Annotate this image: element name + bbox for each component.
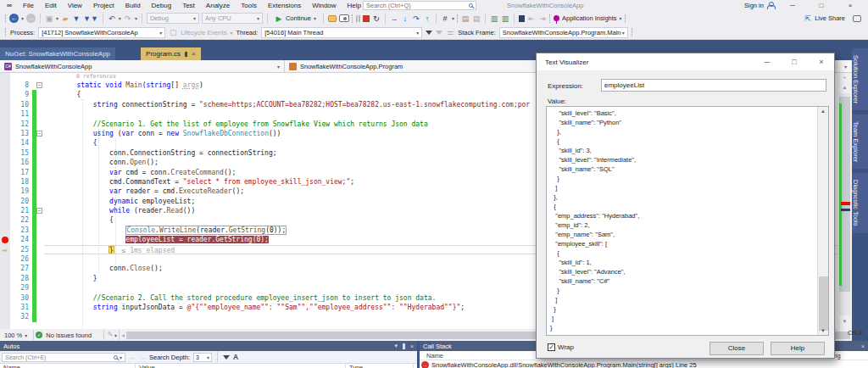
scroll-down-icon[interactable]: ▼ (818, 328, 828, 333)
step-over-icon[interactable]: ↷ (412, 14, 420, 24)
fold-margin[interactable]: − (36, 206, 44, 215)
navigate-back-icon[interactable]: ← (9, 14, 19, 23)
feedback-bubble-icon[interactable] (328, 15, 337, 22)
close-panel-icon[interactable]: × (861, 343, 865, 349)
solution-configuration-select[interactable]: Debug▾ (147, 13, 199, 24)
hex-caret[interactable]: ▾ (452, 15, 454, 21)
pause-icon[interactable] (356, 15, 360, 22)
menu-item-window[interactable]: Window (312, 2, 336, 9)
restart-icon[interactable]: ↻ (372, 14, 381, 24)
project-dropdown[interactable]: C#SnowflakeWithConsoleApp ▾ (0, 60, 285, 72)
next-bookmark-icon[interactable]: ⇥ (538, 14, 547, 24)
menu-item-build[interactable]: Build (125, 2, 141, 9)
screenshot-icon[interactable] (339, 14, 349, 22)
menu-item-edit[interactable]: Edit (45, 2, 57, 9)
issues-status[interactable]: No issues found (46, 332, 92, 339)
autos-column-name[interactable]: Name (0, 364, 136, 368)
thread-select[interactable]: [54016] Main Thread▾ (261, 27, 422, 38)
line-ending-indicator[interactable]: CRLF (848, 330, 863, 336)
save-all-icon[interactable]: ▼▼ (83, 14, 98, 24)
autos-column-value[interactable]: Value (136, 364, 346, 368)
search-forward-icon[interactable]: → (139, 354, 146, 361)
autos-header[interactable]: Autos ▾× (0, 341, 417, 351)
disable-breakpoints-icon[interactable]: ▤ (472, 14, 481, 24)
flag-threads-icon[interactable] (436, 31, 442, 35)
window-position-caret[interactable]: ▾ (394, 343, 398, 349)
navigate-forward-icon[interactable]: → (26, 14, 36, 23)
redo-caret[interactable]: ▾ (135, 15, 137, 21)
live-share-button[interactable]: Live Share (815, 14, 845, 22)
fold-margin[interactable]: − (36, 129, 44, 138)
text-format-icon[interactable]: A (233, 353, 238, 361)
scroll-up-icon[interactable]: ▲ (837, 85, 852, 90)
filter-icon[interactable] (223, 355, 230, 360)
menu-item-project[interactable]: Project (93, 2, 114, 9)
open-folder-icon[interactable]: ▰ (61, 14, 70, 24)
stack-frame-select[interactable]: SnowflakeWithConsoleApp.Program.Main▾ (499, 27, 628, 38)
step-out-icon[interactable]: ↑ (423, 14, 431, 24)
pin-panel-icon[interactable] (403, 343, 405, 349)
dialog-scrollbar[interactable]: ▲ ▼ (817, 107, 828, 335)
navigate-back-caret[interactable]: ▾ (21, 15, 24, 21)
breakpoints-window-icon[interactable]: ▤ (461, 14, 470, 24)
immediate-window-icon[interactable]: ▥ (501, 14, 509, 24)
maximize-button[interactable]: □ (810, 0, 832, 11)
search-back-icon[interactable]: ← (129, 354, 136, 361)
tab-program-cs[interactable]: Program.cs × (141, 47, 201, 60)
application-insights-button[interactable]: Application Insights (562, 14, 617, 22)
wrap-checkbox[interactable]: ✓ Wrap (548, 343, 574, 351)
call-stack-name-column[interactable]: Name (420, 352, 443, 360)
new-project-caret[interactable]: ▾ (56, 15, 58, 21)
minimize-button[interactable]: ─ (782, 0, 804, 11)
send-feedback-icon[interactable] (853, 15, 861, 22)
autos-search-input[interactable]: Search (Ctrl+E)▾ (2, 353, 125, 362)
value-textarea[interactable]: "skill_level": "Basic", "skill_name": "P… (546, 106, 829, 336)
stop-debugging-icon[interactable] (363, 15, 370, 22)
toolbar-grip[interactable] (457, 14, 459, 23)
close-panel-icon[interactable]: × (410, 343, 414, 349)
dialog-scrollbar-thumb[interactable] (819, 276, 828, 331)
output-window-icon[interactable]: ▥ (490, 14, 498, 24)
bookmark-flag-icon[interactable] (519, 15, 525, 22)
redo-icon[interactable]: ↷ (124, 14, 132, 24)
toolbar-grip[interactable] (352, 14, 353, 23)
process-select[interactable]: [41712] SnowflakeWithConsoleAp▾ (38, 27, 165, 38)
code-cleanup-caret[interactable]: ▾ (114, 332, 117, 338)
toolbar-grip[interactable] (5, 28, 7, 36)
prev-bookmark-icon[interactable]: ⇤ (527, 14, 536, 24)
menu-item-tools[interactable]: Tools (241, 2, 257, 9)
undo-icon[interactable]: ↶ (108, 14, 116, 24)
autos-column-type[interactable]: Type (346, 364, 414, 368)
menu-item-file[interactable]: File (23, 2, 34, 9)
menu-item-analyze[interactable]: Analyze (206, 2, 230, 9)
code-cleanup-icon[interactable]: ✎ (106, 330, 114, 340)
new-project-icon[interactable]: ▣ (45, 14, 53, 24)
dialog-title-bar[interactable]: Text Visualizer ─ □ × (537, 53, 834, 70)
type-dropdown[interactable]: SnowflakeWithConsoleApp.Program (285, 60, 407, 72)
breakpoint-icon[interactable] (0, 235, 10, 244)
show-next-statement-icon[interactable]: → (390, 14, 398, 24)
current-statement-arrow-icon[interactable]: → (0, 245, 10, 254)
sign-in-button[interactable]: Sign in (744, 2, 774, 9)
scroll-down-icon[interactable]: ▼ (837, 319, 852, 324)
undo-caret[interactable]: ▾ (119, 15, 121, 21)
step-into-icon[interactable]: ↓ (401, 14, 409, 24)
quick-search-input[interactable]: Search (Ctrl+Q) (363, 1, 476, 10)
solution-platform-select[interactable]: Any CPU▾ (202, 13, 263, 24)
toolbar-grip[interactable] (549, 14, 551, 23)
save-icon[interactable]: ▼ (72, 14, 81, 24)
toolbar-grip[interactable] (632, 28, 633, 36)
call-stack-frame[interactable]: →SnowflakeWithConsoleApp.dll!SnowflakeWi… (420, 360, 868, 368)
continue-button[interactable]: ▶Continue▾ (272, 14, 319, 24)
close-button[interactable]: Close (709, 342, 764, 355)
side-tab-solution-explorer[interactable]: Solution Explorer (852, 48, 868, 110)
fold-margin[interactable]: − (36, 81, 44, 90)
zoom-select[interactable]: 100 %▾ (0, 332, 31, 339)
close-tab-icon[interactable]: × (192, 50, 196, 58)
expression-input[interactable]: employeeList (601, 79, 826, 92)
dialog-minimize-icon[interactable]: ─ (755, 53, 779, 70)
hex-display-icon[interactable]: # (441, 14, 449, 24)
close-button[interactable]: × (839, 0, 861, 11)
help-button[interactable]: Help (771, 342, 825, 355)
scroll-up-icon[interactable]: ▲ (818, 109, 828, 114)
